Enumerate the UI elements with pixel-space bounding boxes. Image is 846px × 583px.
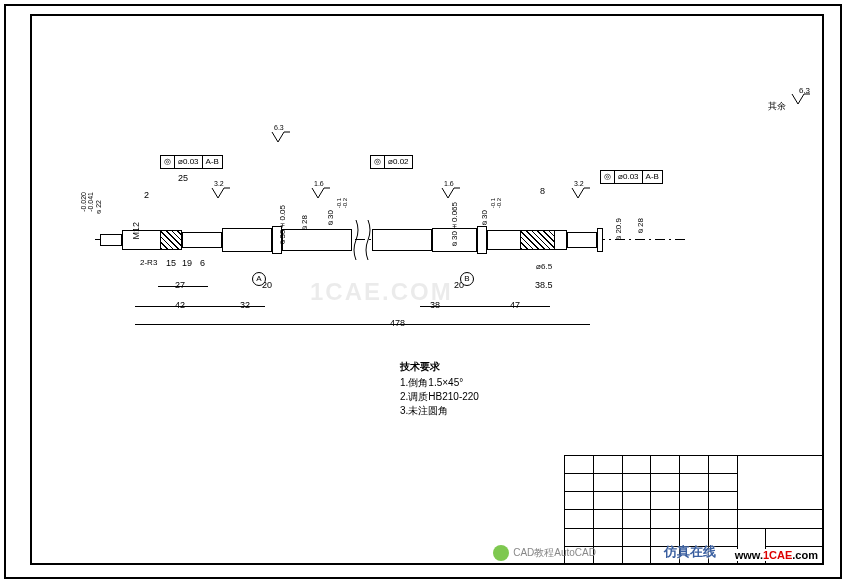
surface-finish-icon [440,186,460,200]
sf-32a: 3.2 [214,180,224,187]
tech-note-1: 1.倒角1.5×45° [400,376,479,390]
wechat-text: CAD教程AutoCAD [513,546,596,560]
general-finish-value: 6.3 [799,86,810,95]
brand-watermark: 仿真在线 [664,543,716,561]
dim-47: 47 [510,300,520,310]
sf-16b: 1.6 [444,180,454,187]
surface-finish-icon [310,186,330,200]
wechat-icon [493,545,509,561]
general-finish-label: 其余 [768,100,786,113]
dim-d22: ⌀22 [95,200,103,216]
dim-25: 25 [178,173,188,183]
wechat-attribution: CAD教程AutoCAD [493,545,596,561]
tech-notes-title: 技术要求 [400,360,479,374]
shaft-seg-shoulder-b [477,226,487,254]
shaft-seg-3 [222,228,272,252]
gdt-datum: A-B [203,156,222,168]
dim-32: 32 [240,300,250,310]
gdt-tol: ⌀0.02 [385,156,412,168]
gdt-frame-right: ◎ ⌀0.03 A-B [600,170,663,184]
dimline [420,306,550,307]
dim-d30c: ⌀30 [480,210,489,228]
dim-d30a: ⌀30±0.05 [278,205,287,247]
sf-63: 6.3 [274,124,284,131]
watermark-center: 1CAE.COM [310,278,453,306]
gdt-tol: ⌀0.03 [615,171,643,183]
dim-d209: ⌀20.9 [614,218,623,243]
tech-note-2: 2.调质HB210-220 [400,390,479,404]
gdt-frame-left: ◎ ⌀0.03 A-B [160,155,223,169]
tech-note-3: 3.未注圆角 [400,404,479,418]
surface-finish-icon [270,130,290,144]
shaft-seg-body-r [372,229,432,251]
dim-d28r: ⌀28 [636,218,645,236]
dim-d28: ⌀28 [300,215,309,233]
gdt-symbol-icon: ◎ [371,156,385,168]
others-text: 其余 [768,101,786,111]
dim-2: 2 [144,190,149,200]
dimline [158,286,208,287]
dim-19: 19 [182,258,192,268]
dim-27: 27 [175,280,185,290]
dim-d30body: ⌀30 [326,210,335,228]
shaft-drawing [100,220,680,260]
dimline [135,324,590,325]
datum-b-icon: B [460,272,474,286]
dim-42: 42 [175,300,185,310]
dim-d65: ⌀6.5 [536,262,552,271]
domain-watermark: www.1CAE.com [735,549,818,561]
gdt-frame-center: ◎ ⌀0.02 [370,155,413,169]
sf-16a: 1.6 [314,180,324,187]
dim-478: 478 [390,318,405,328]
dim-m12: M12 [131,222,141,240]
break-symbol [352,220,372,260]
shaft-seg-2 [182,232,222,248]
dim-385: 38.5 [535,280,553,290]
dim-d30body-tol: -0.1 -0.2 [336,198,348,208]
dim-15: 15 [166,258,176,268]
datum-a-icon: A [252,272,266,286]
dim-8: 8 [540,186,545,196]
gdt-datum: A-B [643,171,662,183]
dim-r3: 2-R3 [140,258,157,267]
shaft-seg-end [567,232,597,248]
shaft-seg-thread [100,234,122,246]
surface-finish-icon [570,186,590,200]
dimline [135,306,265,307]
shaft-seg-endcap [597,228,603,252]
dim-d22-tol: -0.020 -0.041 [80,192,94,212]
technical-notes: 技术要求 1.倒角1.5×45° 2.调质HB210-220 3.未注圆角 [400,360,479,418]
gdt-tol: ⌀0.03 [175,156,203,168]
sf-32b: 3.2 [574,180,584,187]
dim-6: 6 [200,258,205,268]
gdt-symbol-icon: ◎ [601,171,615,183]
shaft-seg-body-l [282,229,352,251]
surface-finish-icon [210,186,230,200]
shaft-seg-1-hatch [160,230,182,250]
dim-d30b: ⌀30±0.065 [450,202,459,249]
shaft-seg-key-hatch [520,230,555,250]
gdt-symbol-icon: ◎ [161,156,175,168]
dim-d30c-tol: -0.1 -0.2 [490,198,502,208]
